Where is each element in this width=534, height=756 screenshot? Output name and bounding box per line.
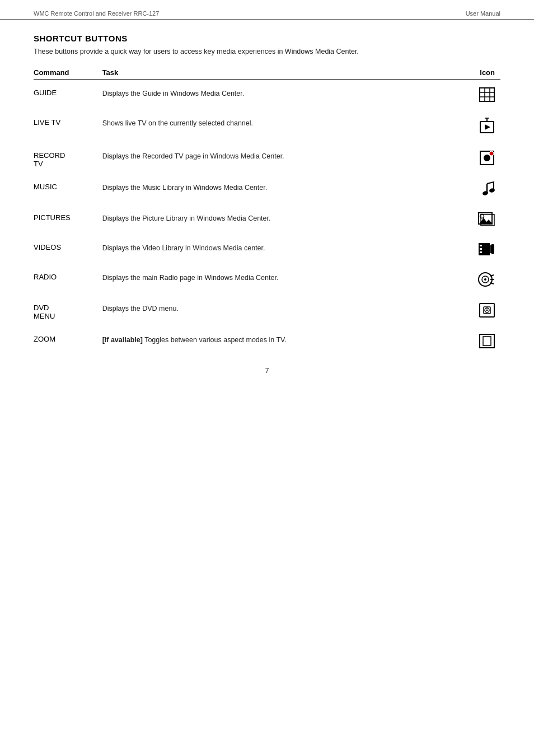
task-videos: Displays the Video Library in Windows Me… <box>102 234 446 264</box>
command-videos: VIDEOS <box>34 234 102 264</box>
command-zoom: ZOOM <box>34 326 102 356</box>
dvd-icon <box>479 303 495 318</box>
dvd-svg-icon <box>479 303 495 318</box>
radio-svg-icon <box>478 272 495 287</box>
zoom-icon <box>479 334 495 348</box>
header-left: WMC Remote Control and Receiver RRC-127 <box>34 10 159 17</box>
icon-cell-zoom <box>446 326 500 356</box>
icon-cell-music <box>446 174 500 204</box>
section-intro: These buttons provide a quick way for us… <box>34 46 500 57</box>
svg-point-28 <box>484 278 486 281</box>
svg-rect-37 <box>483 337 491 346</box>
col-header-task: Task <box>102 68 446 80</box>
command-radio: RADIO <box>34 264 102 295</box>
videos-icon <box>478 242 495 256</box>
task-pictures: Displays the Picture Library in Windows … <box>102 204 446 234</box>
table-row: VIDEOS Displays the Video Library in Win… <box>34 234 500 264</box>
command-livetv: LIVE TV <box>34 109 102 142</box>
svg-point-11 <box>489 151 494 156</box>
command-record: RECORDTV <box>34 142 102 174</box>
zoom-task-suffix: Toggles between various aspect modes in … <box>143 336 287 344</box>
pictures-icon <box>478 212 495 227</box>
videos-svg-icon <box>478 242 495 256</box>
command-music: MUSIC <box>34 174 102 204</box>
table-row: ZOOM [if available] Toggles between vari… <box>34 326 500 356</box>
section-title: SHORTCUT BUTTONS <box>34 34 500 43</box>
guide-svg-icon <box>479 87 495 102</box>
table-row: PICTURES Displays the Picture Library in… <box>34 204 500 234</box>
svg-rect-22 <box>480 248 482 250</box>
svg-point-35 <box>486 310 488 311</box>
col-header-icon: Icon <box>446 68 500 80</box>
icon-cell-livetv <box>446 109 500 142</box>
zoom-bold-prefix: [if available] <box>102 336 143 344</box>
table-row: LIVE TV Shows live TV on the currently s… <box>34 109 500 142</box>
record-svg-icon <box>479 150 495 166</box>
zoom-svg-icon <box>479 334 495 348</box>
table-row: GUIDE Displays the Guide in Windows Medi… <box>34 79 500 109</box>
command-pictures: PICTURES <box>34 204 102 234</box>
icon-cell-pictures <box>446 204 500 234</box>
table-row: RADIO Displays the main Radio page in Wi… <box>34 264 500 295</box>
command-dvd: DVDMENU <box>34 295 102 326</box>
shortcut-table: Command Task Icon GUIDE Displays the Gui… <box>34 68 500 356</box>
col-header-command: Command <box>34 68 102 80</box>
task-record: Displays the Recorded TV page in Windows… <box>102 142 446 174</box>
table-row: MUSIC Displays the Music Library in Wind… <box>34 174 500 204</box>
task-livetv: Shows live TV on the currently selected … <box>102 109 446 142</box>
page: WMC Remote Control and Receiver RRC-127 … <box>0 0 534 756</box>
task-music: Displays the Music Library in Windows Me… <box>102 174 446 204</box>
table-row: RECORDTV Displays the Recorded TV page i… <box>34 142 500 174</box>
command-guide: GUIDE <box>34 79 102 109</box>
task-radio: Displays the main Radio page in Windows … <box>102 264 446 295</box>
svg-point-10 <box>484 155 490 161</box>
pictures-svg-icon <box>478 212 495 227</box>
table-header-row: Command Task Icon <box>34 68 500 80</box>
icon-cell-record <box>446 142 500 174</box>
header: WMC Remote Control and Receiver RRC-127 … <box>0 0 534 20</box>
svg-rect-21 <box>480 245 482 246</box>
main-content: SHORTCUT BUTTONS These buttons provide a… <box>0 20 534 408</box>
icon-cell-radio <box>446 264 500 295</box>
icon-cell-videos <box>446 234 500 264</box>
task-dvd: Displays the DVD menu. <box>102 295 446 326</box>
svg-rect-23 <box>480 251 482 253</box>
icon-cell-guide <box>446 79 500 109</box>
svg-rect-0 <box>480 88 494 101</box>
page-number: 7 <box>34 356 500 386</box>
music-svg-icon <box>483 181 495 197</box>
record-icon <box>479 150 495 166</box>
task-guide: Displays the Guide in Windows Media Cent… <box>102 79 446 109</box>
svg-rect-25 <box>491 244 494 254</box>
livetv-icon <box>479 117 495 135</box>
task-zoom: [if available] Toggles between various a… <box>102 326 446 356</box>
icon-cell-dvd <box>446 295 500 326</box>
livetv-svg-icon <box>479 117 495 135</box>
header-right: User Manual <box>466 10 500 17</box>
radio-icon <box>478 272 495 287</box>
music-icon <box>483 181 495 197</box>
table-row: DVDMENU Displays the DVD menu. <box>34 295 500 326</box>
guide-icon <box>479 87 495 102</box>
